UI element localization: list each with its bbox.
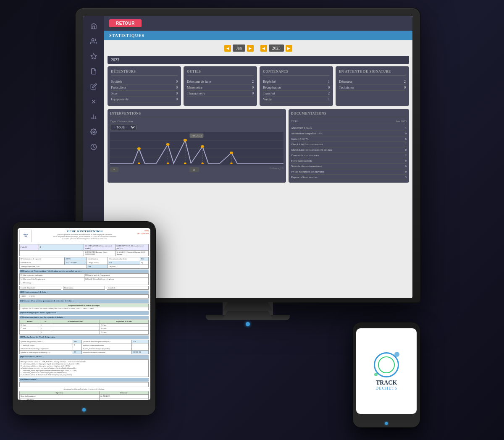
identification-fuite: Identification (63, 286, 105, 290)
section7-header: [7] Patines constatées lors du contrôle … (19, 316, 149, 320)
interventions-chart: Jan 2023 (110, 132, 284, 165)
id-equip-label: Identification (20, 261, 65, 265)
controle-label: Contrôle le (107, 286, 149, 290)
bottom-section: INTERVENTIONS Type d'intervention -- TOU… (104, 109, 412, 186)
section9-header: [9] Déclaration ADEME (19, 355, 149, 359)
sidebar-item-chart[interactable] (88, 111, 100, 123)
tablet-screen: RÉPUBFRAN FICHE D'INTERVENTION pour les … (18, 228, 150, 400)
card-attente: EN ATTENTE DE SIGNATURE Détenteur2 Techn… (336, 66, 409, 106)
sidebar-item-x[interactable] (88, 96, 100, 107)
fiche-gov-logo: RÉPUBFRAN (19, 230, 32, 242)
detecteur-row: ○ OUI ○ NON (19, 294, 149, 299)
docs-col-type: TYPE (291, 120, 299, 123)
monitor-power-indicator (246, 322, 250, 326)
fiche-subtitle: pour les opérations nécessitant une mani… (34, 233, 136, 240)
card-detenteurs-title: DÉTENTEURS (111, 70, 178, 76)
stat-detenteur-sig: Détenteur2 (339, 79, 406, 85)
retour-button[interactable]: RETOUR (109, 19, 142, 27)
stat-regenere: Régénéré1 (263, 79, 330, 85)
operateur-label: [1] OPÉRATEUR (Nom, adresse et SIRET) (84, 244, 116, 251)
fiche-num-label: Fiche N° (20, 244, 39, 251)
sidebar-item-settings[interactable] (88, 126, 100, 138)
frequency-table: Fréquence minimale de contrôle périodiqu… (19, 304, 149, 311)
charge-unit: kg (140, 261, 148, 265)
svg-point-8 (93, 131, 94, 133)
operateur-value: LANTRO MNI Bayonne - Siret : 03899309309… (84, 250, 116, 256)
doc-annexe: ANNEXE I Cerfa1 (291, 126, 407, 131)
track-label: TRACK (375, 380, 397, 386)
date-picker-row: ◀ Jan ▶ ◀ 2023 ▶ (104, 40, 412, 56)
stats-title: STATISTIQUES (104, 31, 412, 40)
attestation-label: N° d'attestation de capacité (20, 257, 65, 261)
docs-panel: DOCUMENTATIONS TYPE Jan 2023 ANNEXE I Ce… (289, 109, 409, 183)
fiche-title-block: FICHE D'INTERVENTION pour les opérations… (34, 230, 136, 240)
month-label: Jan (233, 45, 245, 52)
phone-screen: TRACK DÉCHETS (356, 328, 417, 414)
charge-label: Charge totale : (87, 261, 108, 265)
top-bar: RETOUR (104, 16, 412, 31)
stat-particuliers: Particuliers0 (111, 85, 178, 91)
signatory-name: Laurent MARUN (20, 398, 100, 400)
patines-table: Patines N° localisation de la fuite Répa… (19, 320, 149, 335)
logo-inner-circle (378, 356, 395, 373)
svg-point-23 (138, 162, 140, 164)
chart-up-icon[interactable]: ▲ (189, 167, 199, 172)
doc-pv: PV de réception des travaux0 (291, 169, 407, 175)
card-attente-title: EN ATTENTE DE SIGNATURE (339, 70, 406, 76)
fiche-main-title: FICHE D'INTERVENTION (34, 230, 136, 233)
stat-societes: Sociétés0 (111, 79, 178, 85)
charge-val: 3.50 (108, 261, 140, 265)
section5-header: [5] Absence d'un système permanent de dé… (19, 299, 149, 303)
mise-arret2: ☐ Mise en arrêt de l'équipement (20, 277, 84, 281)
sidebar-item-users[interactable] (88, 35, 100, 47)
sidebar-item-home[interactable] (88, 20, 100, 32)
chart-list-icon[interactable]: ≡ (110, 167, 118, 172)
sidebar-item-clock[interactable] (88, 141, 100, 153)
section8-header: [8] Manipulation du Fluide Frigorigène (19, 335, 149, 339)
interventions-title: INTERVENTIONS (110, 112, 284, 117)
dechets-label: DÉCHETS (375, 386, 397, 390)
section4-header: [4] Détecteur manuel de fuite : (19, 291, 149, 294)
sidebar-item-edit[interactable] (88, 81, 100, 92)
cards-row: DÉTENTEURS Sociétés0 Particuliers0 Sites… (104, 66, 412, 109)
denomination-label: Dénomination du fluide (108, 257, 140, 261)
stat-technicien-sig: Technicien0 (339, 85, 406, 91)
cerfa-block: cerfa N° 15487*02 (137, 230, 149, 235)
card-outils: OUTILS Détecteur de fuite2 Manomètre0 Th… (184, 66, 257, 106)
nom-signatory-label: Nom du Signataire : (20, 395, 100, 398)
fiche-header: RÉPUBFRAN FICHE D'INTERVENTION pour les … (19, 230, 149, 242)
docs-col-date: Jan 2023 (396, 120, 407, 123)
svg-marker-1 (91, 53, 96, 59)
stat-thermometre: Thermomètre0 (187, 91, 254, 97)
doc-note: Note de dimensionnement0 (291, 164, 407, 169)
detenteur-sig-name: M. MARUN (100, 395, 149, 398)
sidebar-item-file[interactable] (88, 65, 100, 77)
month-next-button[interactable]: ▶ (247, 45, 254, 52)
year-prev-button[interactable]: ◀ (260, 45, 267, 52)
detenteur-value: M. MARUN 3 Chemin de Bayonne 64100 Bayon… (116, 250, 149, 256)
month-prev-button[interactable]: ◀ (224, 45, 231, 52)
mise-arret: ☐ Mise en arrêt de l'équipement (84, 274, 149, 278)
type-label: Type d'intervention (110, 120, 133, 123)
denomination-value: R32 (140, 257, 148, 261)
year-next-button[interactable]: ▶ (286, 45, 292, 52)
empty-cell (140, 265, 148, 268)
controle-row: Contrôle d'étanchéité Identification Con… (19, 286, 149, 290)
mise-service: ☐ Mise en service du liquide (20, 274, 84, 278)
type-filter-select[interactable]: -- TOUS -- (110, 125, 136, 130)
doc-fiche-sat: Fiche satisfaction0 (291, 158, 407, 164)
sidebar-item-bookmark[interactable] (88, 50, 100, 62)
tco2-label: t.éq.CO2 (108, 265, 140, 268)
year-label: 2023 (269, 45, 284, 52)
manipulation-table: Quantité chargée totale (Avant G) : 0.00… (19, 340, 149, 355)
svg-point-25 (184, 162, 186, 164)
attestation-table: N° d'attestation de capacité 40976 Ident… (19, 257, 149, 269)
svg-point-26 (201, 162, 204, 164)
track-dechets-logo: TRACK DÉCHETS (370, 348, 403, 395)
version-label: Grifese v_1.3 (270, 167, 284, 172)
card-outils-title: OUTILS (187, 70, 254, 76)
doc-attestation: Attestation simplifiée TVA0 (291, 131, 407, 136)
observations-field (19, 382, 149, 387)
controle: ☐ Démontage (20, 281, 149, 285)
cerfa-num: N° 15487*02 (137, 233, 149, 236)
